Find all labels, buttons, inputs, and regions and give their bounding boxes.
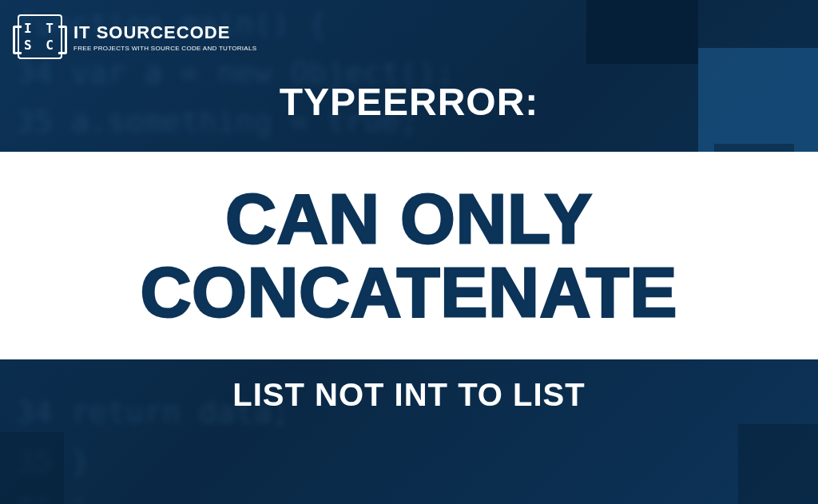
decorative-square-left: [0, 432, 64, 504]
main-heading-line1: CAN ONLY: [141, 182, 678, 256]
heading-top: TYPEERROR:: [0, 80, 818, 124]
brand-name: IT SOURCECODE: [73, 22, 256, 43]
site-logo: I TS C IT SOURCECODE FREE PROJECTS WITH …: [18, 14, 256, 59]
main-heading-line2: CONCATENATE: [141, 256, 678, 329]
main-heading: CAN ONLY CONCATENATE: [141, 182, 678, 330]
heading-bottom: LIST NOT INT TO LIST: [0, 377, 818, 413]
logo-icon-text: I TS C: [24, 21, 57, 54]
logo-icon: I TS C: [18, 14, 62, 59]
main-banner: CAN ONLY CONCATENATE: [0, 152, 818, 359]
logo-text: IT SOURCECODE FREE PROJECTS WITH SOURCE …: [73, 22, 256, 52]
brand-tagline: FREE PROJECTS WITH SOURCE CODE AND TUTOR…: [73, 45, 256, 52]
